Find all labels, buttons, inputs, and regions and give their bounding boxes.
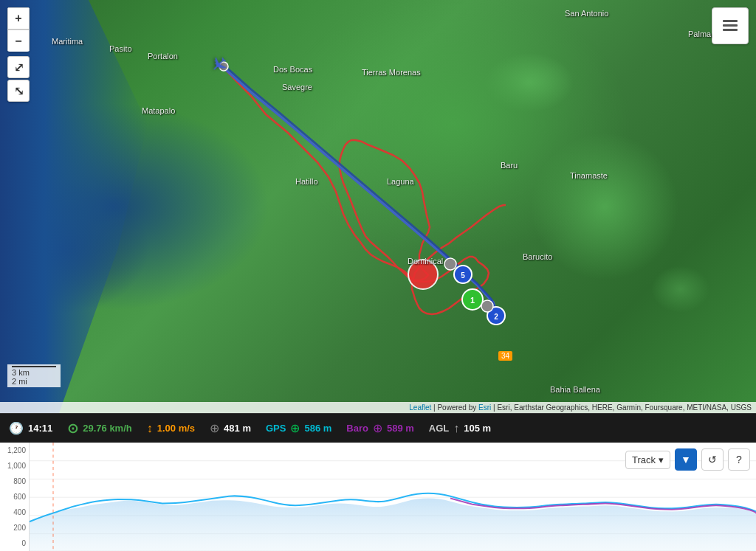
svg-point-6 [481, 300, 493, 312]
svg-text:5: 5 [461, 271, 465, 280]
y-label-1000: 1,000 [3, 462, 26, 470]
altitude-value: 481 m [224, 423, 251, 434]
y-label-800: 800 [3, 477, 26, 485]
agl-alt-value: 105 m [464, 423, 491, 434]
speed-value: 29.76 km/h [83, 423, 132, 434]
baro-label: Baro [346, 423, 368, 434]
status-bar: 🕐 14:11 ⊙ 29.76 km/h ↕ 1.00 m/s ⊕ 481 m … [0, 413, 756, 443]
y-label-600: 600 [3, 493, 26, 501]
zoom-controls: + − [7, 7, 30, 52]
time-value: 14:11 [28, 423, 52, 434]
map-container[interactable]: 1 2 5 ✈ + − ⤢ ⤡ Maritima Pasito Portalon… [0, 0, 756, 413]
esri-link[interactable]: Esri [478, 403, 491, 412]
zoom-in-button[interactable]: + [7, 7, 30, 30]
layer-button[interactable] [712, 7, 749, 44]
map-controls: + − ⤢ ⤡ [7, 7, 30, 102]
chart-help-button[interactable]: ? [728, 448, 750, 471]
chart-reset-button[interactable]: ↺ [701, 448, 724, 471]
svg-point-7 [408, 260, 438, 289]
altitude-icon: ⊕ [210, 421, 219, 435]
svg-text:2: 2 [494, 313, 498, 321]
y-label-0: 0 [3, 539, 26, 547]
leaflet-link[interactable]: Leaflet [409, 403, 431, 412]
track-overlay: 1 2 5 [0, 0, 756, 413]
scale-mi: 2 mi [12, 377, 56, 386]
y-label-400: 400 [3, 508, 26, 516]
track-label: Track [632, 454, 656, 465]
clock-icon: 🕐 [9, 421, 24, 435]
chart-area: 1,200 1,000 800 600 400 200 0 [0, 443, 756, 551]
baro-alt-value: 589 m [387, 423, 414, 434]
agl-icon: ↑ [453, 422, 459, 435]
status-vspeed: ↕ 1.00 m/s [147, 422, 195, 435]
y-label-200: 200 [3, 524, 26, 532]
svg-text:1: 1 [470, 296, 475, 305]
track-dropdown[interactable]: Track ▾ [625, 451, 670, 469]
scale-bar: 3 km 2 mi [7, 364, 61, 387]
agl-label: AGL [429, 423, 449, 434]
chart-toolbar: Track ▾ ▼ ↺ ? [625, 448, 750, 471]
speed-icon: ⊙ [67, 420, 78, 437]
gps-icon: ⊕ [290, 421, 300, 435]
svg-rect-10 [723, 20, 738, 22]
status-time: 🕐 14:11 [9, 421, 52, 435]
expand-button[interactable]: ⤢ [7, 56, 30, 78]
chart-y-axis: 1,200 1,000 800 600 400 200 0 [0, 443, 30, 551]
vspeed-value: 1.00 m/s [157, 423, 195, 434]
dropdown-arrow-icon: ▾ [659, 454, 664, 465]
svg-rect-11 [723, 24, 738, 27]
svg-point-5 [444, 258, 456, 270]
status-baro: Baro ⊕ 589 m [346, 421, 414, 435]
status-altitude: ⊕ 481 m [210, 421, 251, 435]
map-attribution: Leaflet | Powered by Esri | Esri, Earths… [0, 402, 756, 413]
status-gps: GPS ⊕ 586 m [266, 421, 331, 435]
shrink-button[interactable]: ⤡ [7, 80, 30, 102]
status-agl: AGL ↑ 105 m [429, 422, 491, 435]
y-label-1200: 1,200 [3, 446, 26, 454]
svg-rect-12 [723, 29, 738, 31]
baro-icon: ⊕ [373, 421, 382, 435]
zoom-out-button[interactable]: − [7, 30, 30, 52]
status-speed: ⊙ 29.76 km/h [67, 420, 132, 437]
vspeed-icon: ↕ [147, 422, 153, 435]
gps-label: GPS [266, 423, 286, 434]
scale-km: 3 km [12, 368, 56, 377]
chart-blue-button[interactable]: ▼ [675, 448, 697, 471]
gps-alt-value: 586 m [304, 423, 331, 434]
